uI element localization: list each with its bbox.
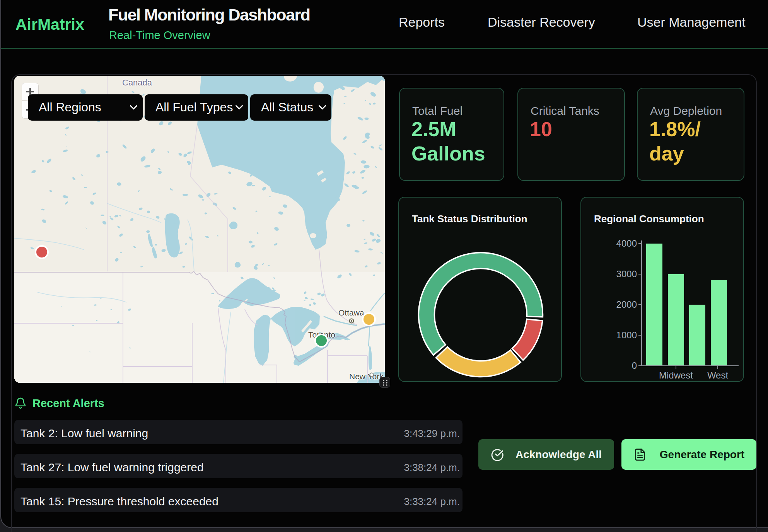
svg-text:0: 0 — [632, 360, 637, 371]
svg-text:4000: 4000 — [616, 238, 637, 249]
svg-text:Midwest: Midwest — [659, 370, 693, 380]
svg-text:3000: 3000 — [616, 269, 637, 279]
svg-text:West: West — [707, 370, 729, 380]
svg-text:1000: 1000 — [616, 330, 637, 340]
svg-text:2000: 2000 — [616, 299, 637, 310]
